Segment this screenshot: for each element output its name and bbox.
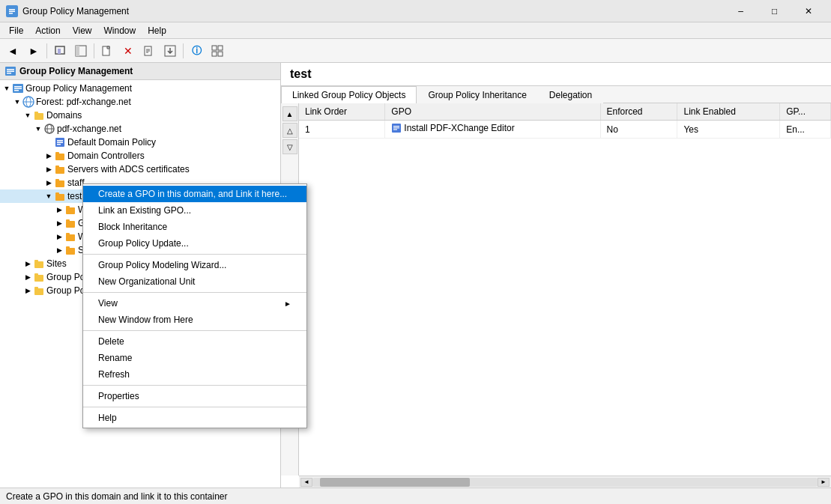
cm-item-properties[interactable]: Properties: [83, 388, 306, 404]
toggle-adcs[interactable]: ▶: [43, 164, 54, 174]
cm-label-create-gpo: Create a GPO in this domain, and Link it…: [98, 189, 287, 199]
tree-item-adcs[interactable]: ▶ Servers with ADCS certificates: [0, 163, 280, 176]
svg-rect-50: [66, 219, 70, 222]
table-row[interactable]: 1 Install PDF-XChange Editor: [299, 121, 831, 139]
cm-item-rename[interactable]: Rename: [83, 350, 306, 366]
toggle-gpo2[interactable]: ▶: [22, 285, 33, 296]
export-button[interactable]: [160, 42, 180, 60]
forward-button[interactable]: ►: [24, 42, 43, 60]
cm-item-modeling-wizard[interactable]: Group Policy Modeling Wizard...: [83, 257, 306, 273]
cm-item-help[interactable]: Help: [83, 410, 306, 426]
maximize-button[interactable]: □: [758, 0, 791, 22]
col-gpo: GPO: [385, 103, 600, 121]
tree-item-domains[interactable]: ▼ Domains: [0, 109, 280, 122]
scroll-down-small-btn[interactable]: ▽: [282, 139, 297, 154]
cm-item-view[interactable]: View ►: [83, 295, 306, 312]
svg-rect-52: [66, 233, 70, 235]
cm-item-gp-update[interactable]: Group Policy Update...: [83, 235, 306, 252]
toggle-domain[interactable]: ▼: [33, 124, 43, 134]
tree-item-domain[interactable]: ▼ pdf-xchange.net: [0, 122, 280, 136]
cm-item-new-ou[interactable]: New Organizational Unit: [83, 273, 306, 290]
cm-item-create-gpo[interactable]: Create a GPO in this domain, and Link it…: [83, 186, 306, 202]
properties-button[interactable]: [139, 42, 159, 60]
status-bar: Create a GPO in this domain and link it …: [0, 488, 831, 504]
svg-rect-36: [57, 140, 63, 142]
toggle-w1[interactable]: ▶: [54, 204, 64, 215]
table-area: ▲ △ ▽ Link Order GPO Enforced Link Enabl…: [281, 103, 831, 476]
svg-rect-49: [66, 221, 75, 228]
menu-view[interactable]: View: [67, 24, 98, 37]
svg-rect-53: [66, 248, 75, 255]
cell-link-enabled: Yes: [677, 121, 780, 139]
cm-label-link-existing: Link an Existing GPO...: [98, 205, 191, 216]
menu-action[interactable]: Action: [29, 24, 66, 37]
menu-help[interactable]: Help: [142, 24, 172, 37]
toggle-domains[interactable]: ▼: [22, 110, 33, 121]
toggle-staff[interactable]: ▶: [43, 177, 54, 188]
cm-item-refresh[interactable]: Refresh: [83, 366, 306, 383]
info-button[interactable]: ⓘ: [187, 42, 206, 60]
cm-item-delete[interactable]: Delete: [83, 333, 306, 350]
cm-sep-1: [83, 254, 306, 255]
svg-rect-58: [34, 273, 38, 276]
app-icon: [6, 5, 18, 17]
delete-button[interactable]: ✕: [118, 42, 138, 60]
tree-item-default-policy[interactable]: ▶ Default Domain Policy: [0, 136, 280, 149]
minimize-button[interactable]: –: [724, 0, 758, 22]
tabs: Linked Group Policy Objects Group Policy…: [281, 86, 831, 103]
svg-rect-55: [34, 261, 43, 268]
svg-rect-64: [393, 129, 397, 130]
cm-sep-3: [83, 330, 306, 331]
title-bar: Group Policy Management – □ ✕: [0, 0, 831, 22]
cell-link-order: 1: [299, 121, 385, 139]
svg-rect-63: [393, 127, 399, 128]
scroll-track[interactable]: [312, 478, 818, 487]
up-button[interactable]: [50, 42, 70, 60]
toggle-test[interactable]: ▼: [43, 191, 54, 201]
cm-item-link-existing[interactable]: Link an Existing GPO...: [83, 202, 306, 219]
toggle-default-policy[interactable]: ▶: [43, 137, 54, 148]
icon-staff: [54, 177, 66, 189]
toggle-g1[interactable]: ▶: [54, 218, 64, 228]
tree-item-forest[interactable]: ▼ Forest: pdf-xchange.net: [0, 95, 280, 109]
menu-window[interactable]: Window: [98, 24, 142, 37]
scroll-up-small-btn[interactable]: △: [282, 123, 297, 138]
svg-rect-24: [14, 86, 22, 88]
toolbar-sep-1: [46, 43, 47, 58]
tab-inheritance[interactable]: Group Policy Inheritance: [417, 86, 537, 103]
show-hide-button[interactable]: [71, 42, 91, 60]
toggle-w2[interactable]: ▶: [54, 231, 64, 242]
grid-button[interactable]: [208, 42, 227, 60]
toggle-gpo1[interactable]: ▶: [22, 272, 33, 282]
scroll-up-btn[interactable]: ▲: [282, 106, 297, 121]
svg-rect-1: [9, 9, 15, 10]
tab-linked-gpo[interactable]: Linked Group Policy Objects: [281, 86, 417, 103]
svg-rect-62: [393, 126, 399, 127]
svg-rect-57: [34, 275, 43, 282]
menu-bar: File Action View Window Help: [0, 22, 831, 39]
tree-item-dc[interactable]: ▶ Domain Controllers: [0, 149, 280, 163]
back-button[interactable]: ◄: [3, 42, 22, 60]
toggle-root[interactable]: ▼: [1, 83, 12, 94]
cm-label-rename: Rename: [98, 353, 132, 363]
toggle-sites[interactable]: ▶: [22, 258, 33, 269]
scroll-right-btn[interactable]: ►: [818, 478, 830, 487]
svg-rect-30: [34, 113, 43, 120]
context-menu: Create a GPO in this domain, and Link it…: [82, 183, 307, 428]
svg-rect-46: [55, 192, 59, 195]
icon-domains: [33, 109, 45, 121]
svg-rect-43: [55, 180, 64, 187]
new-button[interactable]: [97, 42, 117, 60]
close-button[interactable]: ✕: [791, 0, 825, 22]
tab-delegation[interactable]: Delegation: [538, 86, 603, 103]
cm-item-block-inheritance[interactable]: Block Inheritance: [83, 219, 306, 235]
scroll-thumb: [320, 478, 470, 487]
menu-file[interactable]: File: [3, 24, 29, 37]
toggle-s1[interactable]: ▶: [54, 245, 64, 255]
cm-item-new-window[interactable]: New Window from Here: [83, 312, 306, 328]
toggle-forest[interactable]: ▼: [12, 97, 22, 107]
scroll-left-btn[interactable]: ◄: [300, 478, 312, 487]
tree-item-root[interactable]: ▼ Group Policy Management: [0, 82, 280, 95]
tree-header-icon: [4, 65, 16, 77]
toggle-dc[interactable]: ▶: [43, 151, 54, 161]
